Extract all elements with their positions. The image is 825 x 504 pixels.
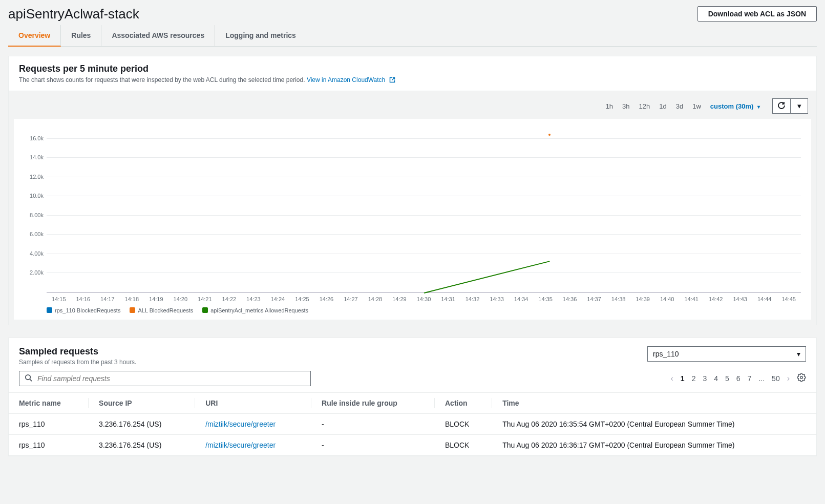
legend-item: ALL BlockedRequests (130, 307, 193, 313)
column-header[interactable]: Rule inside rule group (311, 393, 435, 414)
page-50[interactable]: 50 (772, 374, 780, 383)
chart-time-toolbar: 1h 3h 12h 1d 3d 1w custom (30m) ▾ (14, 96, 811, 119)
legend-item: apiSentryAcl_metrics AllowedRequests (202, 307, 308, 313)
range-3h[interactable]: 3h (619, 101, 632, 111)
page-1[interactable]: 1 (681, 374, 685, 383)
x-tick: 14:37 (582, 296, 606, 302)
range-custom[interactable]: custom (30m) ▾ (707, 101, 763, 111)
cell-metric: rps_110 (9, 414, 89, 435)
column-header[interactable]: Source IP (89, 393, 195, 414)
x-tick: 14:45 (776, 296, 801, 302)
x-tick: 14:44 (752, 296, 777, 302)
x-tick: 14:30 (412, 296, 436, 302)
tabs: Overview Rules Associated AWS resources … (8, 25, 817, 47)
column-header[interactable]: URI (195, 393, 311, 414)
cell-action: BLOCK (435, 414, 492, 435)
range-3d[interactable]: 3d (673, 101, 686, 111)
table-settings-button[interactable] (797, 373, 806, 385)
x-tick: 14:38 (606, 296, 631, 302)
x-tick: 14:24 (266, 296, 290, 302)
cell-rule: - (311, 435, 435, 456)
download-acl-button[interactable]: Download web ACL as JSON (697, 6, 817, 22)
refresh-button[interactable] (773, 99, 790, 113)
x-tick: 14:35 (533, 296, 558, 302)
page-7[interactable]: 7 (748, 374, 752, 383)
legend-swatch (47, 307, 52, 313)
x-tick: 14:33 (484, 296, 509, 302)
legend-label: rps_110 BlockedRequests (55, 307, 120, 313)
y-tick: 12.0k (23, 174, 44, 180)
legend-swatch (130, 307, 135, 313)
refresh-options-button[interactable]: ▾ (790, 99, 808, 113)
cell-uri-link[interactable]: /miztiik/secure/greeter (205, 420, 276, 428)
x-tick: 14:39 (630, 296, 655, 302)
legend-label: ALL BlockedRequests (138, 307, 193, 313)
chart-x-axis: 14:1514:1614:1714:1814:1914:2014:2114:22… (47, 293, 801, 302)
x-tick: 14:25 (290, 296, 314, 302)
cell-action: BLOCK (435, 435, 492, 456)
y-tick: 8.00k (23, 212, 44, 218)
gear-icon (797, 374, 806, 384)
column-header[interactable]: Metric name (9, 393, 89, 414)
series-all-blocked-point (548, 134, 551, 136)
pagination: ‹ 1234567...50› (671, 374, 790, 383)
x-tick: 14:43 (728, 296, 752, 302)
x-tick: 14:22 (217, 296, 242, 302)
page-3[interactable]: 3 (703, 374, 707, 383)
y-tick: 2.00k (23, 269, 44, 276)
tab-logging-metrics[interactable]: Logging and metrics (215, 25, 306, 46)
x-tick: 14:17 (95, 296, 120, 302)
x-tick: 14:32 (460, 296, 485, 302)
tab-rules[interactable]: Rules (61, 25, 101, 46)
chevron-down-icon: ▾ (757, 104, 760, 110)
page-6[interactable]: 6 (736, 374, 741, 383)
legend-swatch (202, 307, 208, 313)
cloudwatch-link[interactable]: View in Amazon CloudWatch (307, 76, 395, 83)
sampled-subtitle: Samples of requests from the past 3 hour… (19, 359, 136, 366)
table-row[interactable]: rps_1103.236.176.254 (US)/miztiik/secure… (9, 435, 816, 456)
external-link-icon (389, 77, 395, 85)
x-tick: 14:26 (314, 296, 339, 302)
page-prev[interactable]: ‹ (671, 374, 673, 383)
chevron-down-icon: ▾ (797, 350, 800, 358)
page-4[interactable]: 4 (714, 374, 718, 383)
chevron-down-icon: ▾ (797, 101, 801, 111)
cell-ip: 3.236.176.254 (US) (89, 435, 195, 456)
range-1d[interactable]: 1d (656, 101, 669, 111)
svg-point-0 (26, 375, 30, 380)
sampled-table: Metric nameSource IPURIRule inside rule … (9, 392, 816, 456)
cell-uri: /miztiik/secure/greeter (195, 414, 311, 435)
sampled-requests-panel: Sampled requests Samples of requests fro… (8, 338, 817, 456)
page-title: apiSentryAclwaf-stack (8, 6, 139, 22)
page-...[interactable]: ... (758, 374, 765, 383)
x-tick: 14:29 (387, 296, 412, 302)
chart-subtitle-text: The chart shows counts for requests that… (19, 76, 305, 83)
x-tick: 14:28 (363, 296, 388, 302)
page-2[interactable]: 2 (692, 374, 696, 383)
column-header[interactable]: Action (435, 393, 492, 414)
search-input-wrapper[interactable] (19, 371, 311, 386)
tab-overview[interactable]: Overview (8, 25, 61, 47)
x-tick: 14:21 (193, 296, 217, 302)
cell-uri-link[interactable]: /miztiik/secure/greeter (205, 441, 276, 449)
page-next[interactable]: › (787, 374, 790, 383)
tab-associated-resources[interactable]: Associated AWS resources (101, 25, 215, 46)
search-input[interactable] (36, 374, 305, 383)
y-tick: 16.0k (23, 135, 44, 141)
column-header[interactable]: Time (492, 393, 816, 414)
rule-filter-select[interactable]: rps_110 ▾ (647, 346, 806, 362)
range-1w[interactable]: 1w (689, 101, 704, 111)
chart-subtitle: The chart shows counts for requests that… (19, 76, 806, 85)
legend-label: apiSentryAcl_metrics AllowedRequests (210, 307, 308, 313)
table-row[interactable]: rps_1103.236.176.254 (US)/miztiik/secure… (9, 414, 816, 435)
x-tick: 14:18 (120, 296, 144, 302)
series-allowed-requests (424, 261, 549, 293)
rule-filter-value: rps_110 (653, 350, 679, 358)
range-custom-label: custom (30m) (710, 102, 754, 110)
range-12h[interactable]: 12h (636, 101, 653, 111)
page-5[interactable]: 5 (725, 374, 729, 383)
sampled-title: Sampled requests (19, 346, 136, 357)
y-tick: 14.0k (23, 154, 44, 160)
cell-time: Thu Aug 06 2020 16:35:54 GMT+0200 (Centr… (492, 414, 816, 435)
range-1h[interactable]: 1h (603, 101, 616, 111)
